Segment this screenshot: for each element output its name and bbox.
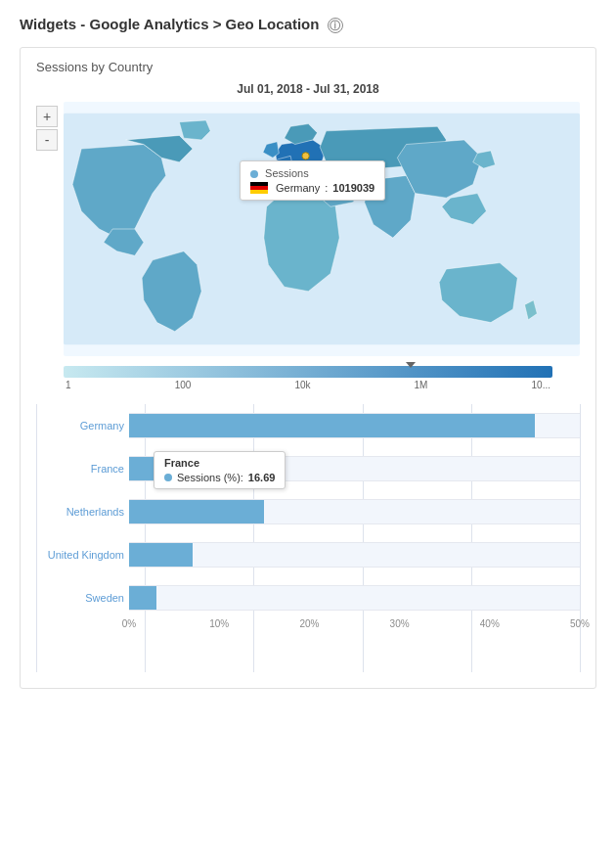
bar-label[interactable]: Germany: [36, 420, 124, 432]
scale-label-10plus: 10...: [532, 380, 550, 390]
bar-label[interactable]: United Kingdom: [36, 549, 124, 561]
bar-row[interactable]: United Kingdom: [129, 533, 580, 576]
bar-track: [129, 542, 580, 568]
zoom-in-button[interactable]: +: [36, 106, 58, 127]
bar-fill: [129, 414, 535, 437]
info-icon[interactable]: ⓘ: [328, 18, 343, 33]
map-tooltip-label: Sessions: [250, 167, 374, 179]
bars-container: GermanyFranceNetherlandsUnited KingdomSw…: [129, 404, 580, 619]
x-axis-tick: 50%: [570, 618, 590, 629]
x-axis: 0%10%20%30%40%50%: [129, 619, 580, 643]
bar-label[interactable]: France: [36, 463, 124, 475]
zoom-controls: + -: [36, 106, 58, 151]
scale-label-1m: 1M: [415, 380, 428, 390]
page-title: Widgets - Google Analytics > Geo Locatio…: [20, 16, 596, 33]
scale-bar: [64, 366, 552, 378]
bar-label[interactable]: Sweden: [36, 592, 124, 604]
map-section: Jul 01, 2018 - Jul 31, 2018 + -: [36, 82, 580, 390]
bar-fill: [129, 586, 156, 610]
scale-label-100: 100: [175, 380, 192, 390]
bar-chart-tooltip: France Sessions (%): 16.69: [154, 451, 286, 489]
scale-marker: [406, 362, 416, 368]
x-axis-tick: 40%: [480, 618, 500, 629]
widget-title: Sessions by Country: [36, 60, 580, 74]
map-tooltip-count: 1019039: [332, 182, 374, 194]
bar-tooltip-row: Sessions (%): 16.69: [164, 472, 275, 483]
grid-line: [36, 404, 37, 672]
bar-label[interactable]: Netherlands: [36, 506, 124, 518]
scale-label-10k: 10k: [294, 380, 310, 390]
bar-row[interactable]: Sweden: [129, 576, 580, 619]
bar-track: [129, 585, 580, 611]
world-map-svg: [64, 102, 580, 356]
widget-container: Sessions by Country Jul 01, 2018 - Jul 3…: [20, 47, 596, 689]
x-axis-tick: 30%: [390, 618, 410, 629]
scale-label-1: 1: [66, 380, 71, 390]
x-axis-tick: 0%: [122, 618, 136, 629]
tooltip-dot-sessions: [250, 170, 258, 178]
bar-track: [129, 499, 580, 524]
bar-row[interactable]: Netherlands: [129, 490, 580, 533]
bar-row[interactable]: Germany: [129, 404, 580, 447]
map-tooltip-country: Germany: [276, 182, 320, 194]
bar-fill: [129, 500, 264, 523]
svg-point-1: [302, 153, 309, 159]
bar-track: [129, 413, 580, 438]
tooltip-sessions-label: Sessions: [265, 167, 309, 179]
color-scale: 1 100 10k 1M 10...: [64, 366, 552, 390]
map-tooltip: Sessions Germany: 1019039: [240, 160, 385, 201]
scale-bar-wrap: [64, 366, 552, 378]
bar-chart-section: GermanyFranceNetherlandsUnited KingdomSw…: [36, 404, 580, 672]
map-area[interactable]: Sessions Germany: 1019039: [64, 102, 580, 356]
grid-line: [580, 404, 581, 672]
date-range: Jul 01, 2018 - Jul 31, 2018: [36, 82, 580, 96]
map-tooltip-value-row: Germany: 1019039: [250, 182, 374, 194]
bar-tooltip-dot: [164, 474, 172, 481]
scale-labels: 1 100 10k 1M 10...: [64, 380, 552, 390]
bar-fill: [129, 543, 193, 567]
flag-germany: [250, 182, 268, 194]
bar-tooltip-value: 16.69: [248, 472, 276, 483]
bar-tooltip-metric: Sessions (%):: [177, 472, 243, 483]
page-title-text: Widgets - Google Analytics > Geo Locatio…: [20, 16, 319, 32]
bar-chart-container: GermanyFranceNetherlandsUnited KingdomSw…: [36, 404, 580, 672]
x-axis-tick: 10%: [209, 618, 229, 629]
bar-tooltip-title: France: [164, 457, 275, 469]
x-axis-tick: 20%: [299, 618, 319, 629]
zoom-out-button[interactable]: -: [36, 129, 58, 151]
